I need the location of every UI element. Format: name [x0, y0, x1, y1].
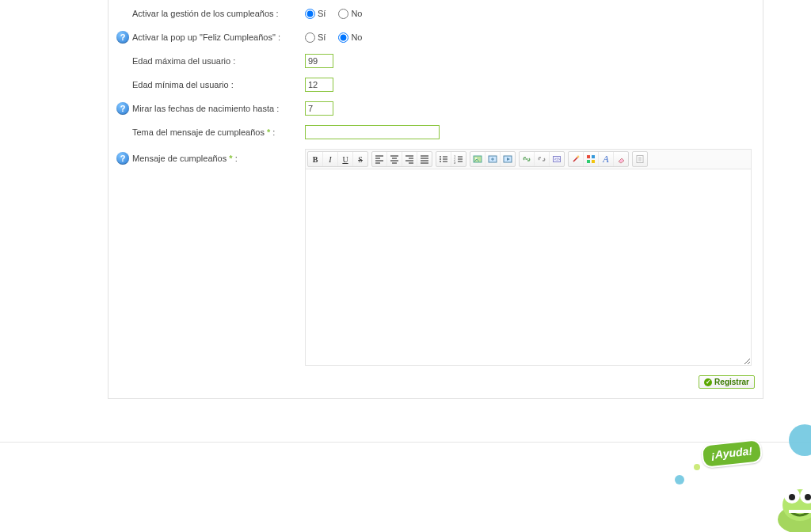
- toolbar-eraser-icon[interactable]: [613, 152, 628, 166]
- help-icon[interactable]: ?: [116, 152, 129, 165]
- row-edad-max: Edad máxima del usuario :: [109, 49, 763, 73]
- input-mirar-fechas[interactable]: [305, 101, 333, 116]
- toolbar-link-icon[interactable]: [520, 152, 534, 166]
- svg-point-49: [782, 489, 811, 521]
- radio-activar-popup-si[interactable]: Sí: [305, 32, 326, 43]
- radio-activar-gestion-no[interactable]: No: [338, 9, 362, 19]
- svg-point-53: [805, 494, 811, 500]
- label-edad-min: Edad mínima del usuario :: [132, 80, 234, 89]
- help-icon[interactable]: ?: [116, 102, 129, 115]
- mascot-icon: [762, 464, 811, 532]
- svg-marker-43: [619, 158, 624, 163]
- help-icon[interactable]: ?: [116, 31, 129, 44]
- toolbar-font-icon[interactable]: A: [598, 152, 613, 166]
- svg-rect-54: [789, 510, 811, 513]
- label-edad-max: Edad máxima del usuario :: [132, 56, 235, 66]
- input-edad-max[interactable]: [305, 54, 333, 68]
- toolbar-image-host-icon[interactable]: [485, 152, 500, 166]
- svg-text:</>: </>: [554, 157, 560, 162]
- toolbar-unordered-list-icon[interactable]: [436, 152, 451, 166]
- svg-point-52: [789, 494, 795, 500]
- toolbar-align-justify-icon[interactable]: [417, 152, 432, 166]
- label-mirar-fechas: Mirar las fechas de nacimiento hasta :: [132, 104, 279, 113]
- toolbar-bold-icon[interactable]: B: [308, 152, 322, 166]
- editor-textarea[interactable]: [305, 169, 752, 366]
- svg-point-50: [784, 488, 800, 504]
- svg-rect-39: [587, 155, 590, 158]
- row-mensaje: ? Mensaje de cumpleaños * : B I U S: [109, 144, 763, 369]
- help-mascot: ¡Ayuda!: [699, 424, 811, 532]
- row-activar-popup: ? Activar la pop up "Feliz Cumpleaños" :…: [109, 25, 763, 49]
- radio-activar-gestion-si[interactable]: Sí: [305, 9, 326, 19]
- toolbar-italic-icon[interactable]: I: [322, 152, 337, 166]
- label-tema: Tema del mensaje de cumpleaños * :: [132, 127, 275, 137]
- input-tema[interactable]: [305, 125, 440, 139]
- toolbar-image-icon[interactable]: [470, 152, 485, 166]
- svg-rect-42: [592, 160, 595, 163]
- row-activar-gestion: Activar la gestión de los cumpleaños : S…: [109, 2, 763, 25]
- radio-activar-popup-no[interactable]: No: [338, 32, 362, 43]
- toolbar-color-icon[interactable]: [583, 152, 598, 166]
- label-mensaje: Mensaje de cumpleaños * :: [132, 154, 238, 163]
- toolbar-strike-icon[interactable]: S: [352, 152, 367, 166]
- rich-text-editor: B I U S: [305, 149, 752, 366]
- editor-toolbar: B I U S: [305, 149, 752, 169]
- toolbar-underline-icon[interactable]: U: [337, 152, 352, 166]
- svg-rect-41: [587, 160, 590, 163]
- svg-point-51: [800, 488, 811, 504]
- check-icon: ✓: [704, 378, 712, 386]
- svg-rect-40: [592, 155, 595, 158]
- svg-point-18: [440, 158, 441, 160]
- toolbar-source-icon[interactable]: [633, 152, 647, 166]
- toolbar-unlink-icon[interactable]: [534, 152, 549, 166]
- toolbar-align-right-icon[interactable]: [402, 152, 417, 166]
- toolbar-code-icon[interactable]: </>: [549, 152, 564, 166]
- row-mirar-fechas: ? Mirar las fechas de nacimiento hasta :: [109, 97, 763, 120]
- row-tema: Tema del mensaje de cumpleaños * :: [109, 120, 763, 144]
- svg-point-38: [577, 156, 580, 158]
- row-edad-min: Edad mínima del usuario :: [109, 73, 763, 97]
- footer-divider: [0, 442, 811, 443]
- toolbar-align-center-icon[interactable]: [386, 152, 402, 166]
- toolbar-align-left-icon[interactable]: [372, 152, 386, 166]
- help-bubble-button[interactable]: ¡Ayuda!: [701, 439, 763, 469]
- label-activar-popup: Activar la pop up "Feliz Cumpleaños" :: [132, 32, 280, 42]
- submit-button[interactable]: ✓ Registrar: [699, 375, 755, 389]
- svg-point-17: [440, 156, 441, 158]
- svg-text:3: 3: [454, 161, 456, 164]
- svg-point-48: [778, 505, 811, 532]
- label-activar-gestion: Activar la gestión de los cumpleaños :: [132, 9, 279, 18]
- toolbar-media-icon[interactable]: [500, 152, 515, 166]
- input-edad-min[interactable]: [305, 78, 333, 92]
- toolbar-wand-icon[interactable]: [569, 152, 583, 166]
- toolbar-ordered-list-icon[interactable]: 123: [451, 152, 466, 166]
- svg-point-19: [440, 161, 441, 162]
- settings-panel: Activar la gestión de los cumpleaños : S…: [108, 0, 763, 399]
- submit-label: Registrar: [714, 378, 749, 386]
